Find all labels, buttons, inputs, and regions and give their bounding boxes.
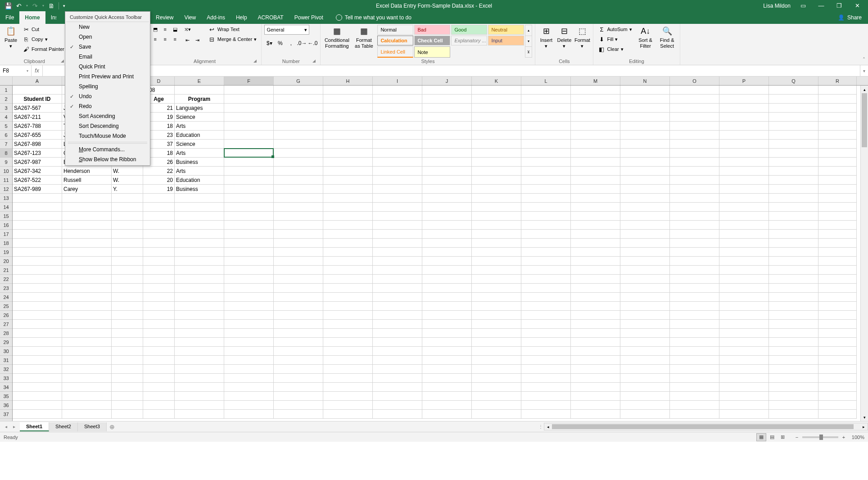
cell-E4[interactable]: Science [175,113,224,122]
cell-M9[interactable] [571,158,620,167]
cell-M14[interactable] [571,203,620,212]
cell-H10[interactable] [323,167,373,176]
cell-B10[interactable]: Henderson [62,167,112,176]
cell-I9[interactable] [373,158,422,167]
cell-N15[interactable] [620,212,670,221]
cell-L25[interactable] [521,302,571,311]
cell-E7[interactable]: Science [175,140,224,149]
row-header-17[interactable]: 17 [0,230,12,239]
cell-E26[interactable] [175,311,224,320]
cell-I18[interactable] [373,239,422,248]
scroll-up-button[interactable]: ▴ [861,86,868,93]
cell-M30[interactable] [571,347,620,356]
cell-H34[interactable] [323,383,373,392]
cell-O14[interactable] [670,203,719,212]
collapse-ribbon-button[interactable]: ˄ [863,57,865,63]
cell-F29[interactable] [224,338,274,347]
cell-A28[interactable] [13,329,62,338]
cell-G8[interactable] [274,149,323,158]
cell-K19[interactable] [472,248,521,257]
cell-R1[interactable] [818,86,857,95]
cell-F26[interactable] [224,311,274,320]
cell-I29[interactable] [373,338,422,347]
cell-Q20[interactable] [769,257,818,266]
sheet-tab-sheet3[interactable]: Sheet3 [78,422,107,431]
cell-Q14[interactable] [769,203,818,212]
cell-D15[interactable] [143,212,175,221]
row-header-6[interactable]: 6 [0,131,12,140]
cell-C35[interactable] [112,392,143,401]
cell-H37[interactable] [323,410,373,419]
cell-H13[interactable] [323,194,373,203]
col-header-P[interactable]: P [719,77,769,85]
cell-L20[interactable] [521,257,571,266]
cell-M33[interactable] [571,374,620,383]
row-header-25[interactable]: 25 [0,302,12,311]
align-middle[interactable]: ≡ [161,25,170,34]
col-header-L[interactable]: L [521,77,571,85]
cell-F9[interactable] [224,158,274,167]
cell-P1[interactable] [719,86,769,95]
cell-I13[interactable] [373,194,422,203]
cell-A26[interactable] [13,311,62,320]
insert-cells-button[interactable]: ⊞Insert▾ [538,25,554,58]
row-header-35[interactable]: 35 [0,392,12,401]
cell-F28[interactable] [224,329,274,338]
cell-M2[interactable] [571,95,620,104]
cell-N16[interactable] [620,221,670,230]
cell-I5[interactable] [373,122,422,131]
row-header-20[interactable]: 20 [0,257,12,266]
cell-Q5[interactable] [769,122,818,131]
cell-C25[interactable] [112,302,143,311]
cell-J12[interactable] [422,185,472,194]
cell-J4[interactable] [422,113,472,122]
cell-Q1[interactable] [769,86,818,95]
cell-K15[interactable] [472,212,521,221]
cell-P29[interactable] [719,338,769,347]
tab-view[interactable]: View [179,11,201,24]
style-calculation[interactable]: Calculation [377,36,413,45]
cell-I7[interactable] [373,140,422,149]
cell-M3[interactable] [571,104,620,113]
cell-M25[interactable] [571,302,620,311]
cell-Q23[interactable] [769,284,818,293]
row-header-24[interactable]: 24 [0,293,12,302]
cell-O27[interactable] [670,320,719,329]
cell-L4[interactable] [521,113,571,122]
cell-L14[interactable] [521,203,571,212]
cell-F32[interactable] [224,365,274,374]
cell-R17[interactable] [818,230,857,239]
cell-A25[interactable] [13,302,62,311]
cell-O17[interactable] [670,230,719,239]
cell-Q36[interactable] [769,401,818,410]
cell-J7[interactable] [422,140,472,149]
cell-B35[interactable] [62,392,112,401]
cell-I3[interactable] [373,104,422,113]
align-left[interactable]: ≡ [151,35,160,44]
cell-M22[interactable] [571,275,620,284]
cell-M6[interactable] [571,131,620,140]
cell-E15[interactable] [175,212,224,221]
col-header-A[interactable]: A [13,77,62,85]
cell-J32[interactable] [422,365,472,374]
cell-B21[interactable] [62,266,112,275]
copy-button[interactable]: ⎘Copy ▾ [21,35,66,44]
cell-N11[interactable] [620,176,670,185]
cell-H6[interactable] [323,131,373,140]
row-header-7[interactable]: 7 [0,140,12,149]
style-normal[interactable]: Normal [377,25,413,35]
qat-undo-icon[interactable]: ↶ [14,1,23,10]
col-header-I[interactable]: I [373,77,422,85]
cell-D31[interactable] [143,356,175,365]
cell-C21[interactable] [112,266,143,275]
cell-Q34[interactable] [769,383,818,392]
gallery-up[interactable]: ▴ [525,25,532,36]
cell-O37[interactable] [670,410,719,419]
cell-G20[interactable] [274,257,323,266]
cell-L37[interactable] [521,410,571,419]
style-linkedcell[interactable]: Linked Cell [377,46,413,58]
minimize-button[interactable]: — [812,0,830,11]
cell-Q6[interactable] [769,131,818,140]
qat-customize-dropdown[interactable]: ▾ [62,1,66,10]
cell-F13[interactable] [224,194,274,203]
